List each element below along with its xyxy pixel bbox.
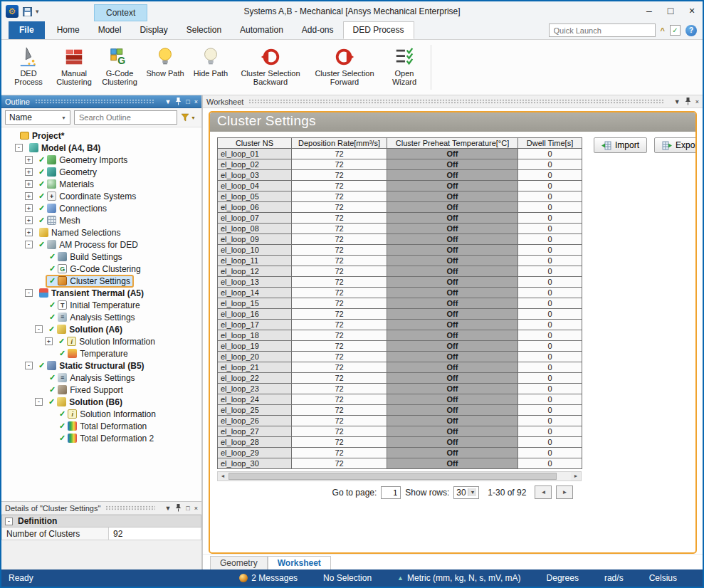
cell-el_loop_14-col1[interactable]: 72 — [292, 288, 387, 298]
cell-el_loop_01-col3[interactable]: 0 — [518, 149, 582, 159]
view-tab-worksheet[interactable]: Worksheet — [268, 556, 331, 569]
tree-item-solution-a6[interactable]: -✓Solution (A6) — [1, 323, 201, 335]
cell-el_loop_12-col0[interactable]: el_loop_12 — [218, 266, 292, 277]
manual-clustering-button[interactable]: Manual Clustering — [53, 43, 95, 88]
details-pin-icon[interactable] — [175, 504, 182, 512]
tab-display[interactable]: Display — [130, 21, 177, 39]
tab-file[interactable]: File — [9, 21, 45, 39]
cell-el_loop_14-col3[interactable]: 0 — [518, 288, 582, 298]
cell-el_loop_09-col3[interactable]: 0 — [518, 234, 582, 245]
tree-item-solution-information[interactable]: ✓Solution Information — [1, 408, 201, 420]
tree-item-content[interactable]: ✓Solution Information — [56, 408, 159, 421]
cell-el_loop_04-col0[interactable]: el_loop_04 — [218, 181, 292, 191]
open-wizard-button[interactable]: Open Wizard — [383, 43, 426, 88]
cell-el_loop_30-col2[interactable]: Off — [387, 458, 518, 469]
expand-icon[interactable]: + — [25, 156, 33, 164]
cell-el_loop_14-col2[interactable]: Off — [387, 288, 518, 298]
show-rows-dropdown[interactable]: 30 ▼ — [453, 486, 479, 499]
cell-el_loop_25-col1[interactable]: 72 — [292, 405, 387, 416]
cell-el_loop_16-col3[interactable]: 0 — [518, 309, 582, 320]
cell-el_loop_23-col0[interactable]: el_loop_23 — [218, 384, 292, 394]
cell-el_loop_28-col3[interactable]: 0 — [518, 437, 582, 448]
scroll-right-icon[interactable]: ► — [571, 472, 581, 481]
expand-icon[interactable]: + — [25, 168, 33, 176]
cell-el_loop_27-col2[interactable]: Off — [387, 426, 518, 437]
minimize-button[interactable]: – — [639, 2, 660, 21]
tree-item-content[interactable]: Model (A4, B4) — [25, 142, 104, 154]
cell-el_loop_06-col1[interactable]: 72 — [292, 202, 387, 213]
import-button[interactable]: Import — [594, 137, 647, 153]
expand-icon[interactable]: + — [25, 229, 33, 236]
collapse-icon[interactable]: - — [35, 398, 43, 406]
cell-el_loop_03-col3[interactable]: 0 — [518, 170, 582, 181]
tab-model[interactable]: Model — [89, 21, 131, 39]
collapse-icon[interactable]: - — [35, 325, 43, 333]
cell-el_loop_07-col3[interactable]: 0 — [518, 213, 582, 224]
tree-item-geometry[interactable]: +✓Geometry — [1, 166, 201, 178]
details-close-icon[interactable]: × — [194, 505, 198, 512]
cell-el_loop_22-col1[interactable]: 72 — [292, 373, 387, 384]
cell-el_loop_13-col1[interactable]: 72 — [292, 277, 387, 288]
tree-item-g-code-clustering[interactable]: ✓G-Code Clustering — [1, 263, 201, 275]
tree-item-content[interactable]: ✓Initial Temperature — [46, 299, 144, 312]
cell-el_loop_18-col3[interactable]: 0 — [518, 330, 582, 341]
tab-add-ons[interactable]: Add-ons — [293, 21, 343, 39]
tree-item-content[interactable]: ✓Solution Information — [55, 335, 159, 348]
cell-el_loop_19-col2[interactable]: Off — [387, 341, 518, 352]
cell-el_loop_06-col2[interactable]: Off — [387, 202, 518, 213]
cell-el_loop_25-col0[interactable]: el_loop_25 — [218, 405, 292, 416]
tab-ded-process[interactable]: DED Process — [343, 21, 414, 39]
cell-el_loop_05-col2[interactable]: Off — [387, 191, 518, 202]
collapse-icon[interactable]: - — [15, 144, 23, 152]
cell-el_loop_04-col3[interactable]: 0 — [518, 181, 582, 191]
hide-path-button[interactable]: Hide Path — [189, 43, 232, 80]
tree-item-content[interactable]: ✓Connections — [35, 202, 110, 215]
edit-annotation-icon[interactable]: ✓ — [670, 25, 681, 36]
cell-el_loop_08-col0[interactable]: el_loop_08 — [218, 224, 292, 234]
tree-item-content[interactable]: ✓Cluster Settings — [46, 275, 134, 288]
cell-el_loop_23-col1[interactable]: 72 — [292, 384, 387, 394]
cluster-selection-forward-button[interactable]: Cluster Selection Forward — [309, 43, 380, 88]
cell-el_loop_29-col3[interactable]: 0 — [518, 448, 582, 458]
cell-el_loop_20-col3[interactable]: 0 — [518, 352, 582, 362]
cell-el_loop_03-col1[interactable]: 72 — [292, 170, 387, 181]
tree-item-content[interactable]: ✓Temperature — [56, 347, 132, 360]
tree-item-geometry-imports[interactable]: +✓Geometry Imports — [1, 154, 201, 166]
cell-el_loop_28-col1[interactable]: 72 — [292, 437, 387, 448]
cell-el_loop_22-col3[interactable]: 0 — [518, 373, 582, 384]
cell-el_loop_27-col1[interactable]: 72 — [292, 426, 387, 437]
tree-item-total-deformation[interactable]: ✓Total Deformation — [1, 420, 201, 432]
cell-el_loop_12-col3[interactable]: 0 — [518, 266, 582, 277]
cell-el_loop_01-col1[interactable]: 72 — [292, 149, 387, 159]
ded-process-button[interactable]: DED Process — [7, 43, 50, 88]
tree-item-content[interactable]: ✓Geometry Imports — [35, 154, 131, 167]
status-messages[interactable]: 2 Messages — [239, 573, 298, 583]
name-filter-dropdown[interactable]: Name ▼ — [5, 110, 70, 125]
cell-el_loop_24-col1[interactable]: 72 — [292, 394, 387, 405]
cell-el_loop_25-col2[interactable]: Off — [387, 405, 518, 416]
cell-el_loop_09-col2[interactable]: Off — [387, 234, 518, 245]
help-icon[interactable]: ? — [685, 25, 697, 36]
cell-el_loop_22-col2[interactable]: Off — [387, 373, 518, 384]
tree-item-named-selections[interactable]: +Named Selections — [1, 226, 201, 238]
cell-el_loop_03-col0[interactable]: el_loop_03 — [218, 170, 292, 181]
cell-el_loop_07-col2[interactable]: Off — [387, 213, 518, 224]
cell-el_loop_20-col0[interactable]: el_loop_20 — [218, 352, 292, 362]
cell-el_loop_10-col1[interactable]: 72 — [292, 245, 387, 256]
cell-el_loop_07-col0[interactable]: el_loop_07 — [218, 213, 292, 224]
cell-el_loop_05-col3[interactable]: 0 — [518, 191, 582, 202]
cell-el_loop_26-col1[interactable]: 72 — [292, 416, 387, 426]
expand-icon[interactable]: + — [25, 204, 33, 212]
cell-el_loop_26-col2[interactable]: Off — [387, 416, 518, 426]
cell-el_loop_29-col2[interactable]: Off — [387, 448, 518, 458]
page-input[interactable] — [381, 486, 401, 499]
tree-item-cluster-settings[interactable]: ✓Cluster Settings — [1, 275, 201, 287]
cell-el_loop_18-col2[interactable]: Off — [387, 330, 518, 341]
cell-el_loop_12-col2[interactable]: Off — [387, 266, 518, 277]
cell-el_loop_06-col0[interactable]: el_loop_06 — [218, 202, 292, 213]
cell-el_loop_20-col2[interactable]: Off — [387, 352, 518, 362]
tree-item-materials[interactable]: +✓Materials — [1, 178, 201, 190]
tree-item-content[interactable]: ✓Build Settings — [46, 251, 126, 263]
cell-el_loop_21-col3[interactable]: 0 — [518, 362, 582, 373]
cell-el_loop_02-col0[interactable]: el_loop_02 — [218, 159, 292, 170]
